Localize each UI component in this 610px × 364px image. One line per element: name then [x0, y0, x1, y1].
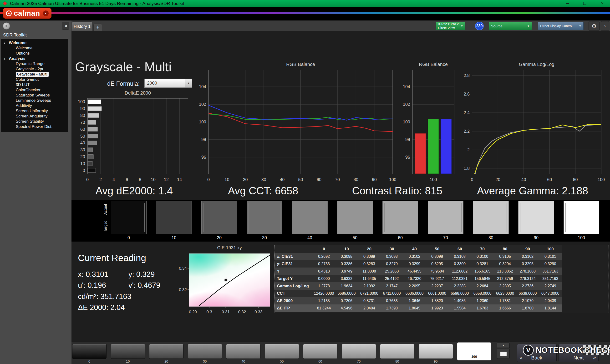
sidebar-item-grayscale-2pt[interactable]: Grayscale - 2pt — [1, 66, 68, 72]
sidebar-item-spectral-power-dist[interactable]: Spectral Power Dist. — [1, 124, 68, 129]
display-control-dropdown[interactable]: Direct Display Control ▼ — [538, 22, 584, 30]
pattern-level-button-70[interactable]: 70 — [342, 342, 376, 364]
sidebar-collapse-button[interactable]: ◀ — [62, 22, 69, 29]
calman-gem-icon — [3, 1, 7, 5]
rgb-balance-bar-chart: 9698100102104100RGB Balance — [397, 60, 456, 184]
table-row-x-cie31[interactable]: x: CIE310.26920.30950.30890.30930.31020.… — [274, 253, 562, 260]
tab-history-1[interactable]: History 1 — [72, 21, 92, 31]
chevron-left-icon: ◀ — [64, 24, 67, 28]
deltae-bar-70 — [88, 120, 96, 125]
bottom-pattern-bar: ▲ « Back Next » V NOTEBOOKCHECK 01020304… — [71, 342, 610, 364]
pattern-window-button[interactable] — [497, 349, 510, 359]
strip-swatch-70: 70 — [428, 201, 464, 240]
actual-axis-label: Actual — [104, 201, 108, 218]
svg-text:0.29: 0.29 — [189, 310, 197, 314]
pattern-level-button-40[interactable]: 40 — [226, 342, 260, 364]
pattern-level-button-90[interactable]: 90 — [419, 342, 453, 364]
table-row-cct[interactable]: CCT12426.00006686.00006721.00006711.0000… — [274, 290, 562, 297]
svg-text:104: 104 — [199, 84, 206, 89]
meter-mode: Direct View — [438, 26, 459, 30]
meter-count-badge[interactable]: 239 — [475, 22, 484, 30]
svg-text:98: 98 — [405, 137, 410, 142]
nav-circle-button[interactable] — [3, 22, 10, 29]
sidebar-item-saturation-sweeps[interactable]: Saturation Sweeps — [1, 93, 68, 98]
display-control-label: Direct Display Control — [540, 24, 572, 28]
table-row-e-itp[interactable]: ΔE ITP81.32444.54962.04041.73901.86451.9… — [274, 304, 562, 312]
strip-swatch-50: 50 — [337, 201, 373, 240]
svg-text:6: 6 — [126, 177, 128, 182]
sidebar-item-dynamic-range[interactable]: Dynamic Range — [1, 61, 68, 66]
pattern-level-button-0[interactable]: 0 — [72, 342, 106, 364]
pattern-level-button-20[interactable]: 20 — [149, 342, 183, 364]
pattern-panel-up-button[interactable]: ▲ — [497, 343, 510, 348]
deltae-bar-30 — [88, 148, 93, 152]
pattern-level-button-30[interactable]: 30 — [188, 342, 222, 364]
svg-text:20: 20 — [243, 177, 248, 182]
sidebar-item-3d-lut[interactable]: 3D LUT — [1, 82, 68, 87]
svg-text:104: 104 — [403, 84, 410, 89]
sidebar-item-screen-uniformity[interactable]: Screen Uniformity — [1, 108, 68, 114]
sidebar-item-color-gamut[interactable]: Color Gamut — [1, 77, 68, 82]
svg-text:0.32: 0.32 — [179, 287, 187, 292]
next-button[interactable]: Next » — [558, 344, 598, 362]
current-reading-title: Current Reading — [78, 253, 146, 263]
sidebar-item-screen-stability[interactable]: Screen Stability — [1, 119, 68, 124]
sidebar-item-colorchecker[interactable]: ColorChecker — [1, 87, 68, 93]
plus-icon: + — [96, 25, 99, 30]
svg-text:12: 12 — [164, 177, 169, 182]
reading-luminance: cd/m²: 351.7163 — [78, 292, 131, 301]
pattern-level-button-10[interactable]: 10 — [111, 342, 145, 364]
svg-text:100: 100 — [199, 120, 206, 124]
meter-dropdown[interactable]: X-Rite i1Pro 2 Direct View ▼ — [436, 22, 465, 30]
de-formula-dropdown[interactable]: 2000 ▼ — [144, 78, 192, 88]
svg-text:0: 0 — [207, 177, 210, 182]
svg-text:2: 2 — [467, 147, 470, 152]
table-row-e-2000[interactable]: ΔE 20001.21350.72060.87310.76331.36461.5… — [274, 297, 562, 304]
de-formula-label: dE Formula: — [107, 80, 140, 87]
svg-text:2.2: 2.2 — [464, 129, 470, 134]
source-dropdown[interactable]: Source ▼ — [489, 22, 532, 30]
minimize-button[interactable]: – — [563, 0, 572, 6]
svg-text:98: 98 — [201, 137, 206, 142]
table-row-gamma-log-log[interactable]: Gamma Log/Log1.27781.96342.10922.17472.2… — [274, 282, 562, 290]
table-header-row: 0102030405060708090100 — [274, 245, 562, 253]
pattern-level-button-50[interactable]: 50 — [265, 342, 299, 364]
add-tab-button[interactable]: + — [93, 24, 102, 31]
pattern-level-button-100[interactable]: 100 — [457, 342, 491, 364]
deltae-bar-20 — [88, 155, 93, 159]
next-label: Next — [559, 355, 598, 361]
rainbow-stripe — [0, 12, 610, 14]
svg-text:60: 60 — [80, 127, 85, 132]
maximize-button[interactable]: □ — [580, 0, 589, 6]
sidebar-item-luminance-sweeps[interactable]: Luminance Sweeps — [1, 98, 68, 103]
sidebar-item-welcome[interactable]: Welcome — [1, 46, 68, 51]
back-button[interactable]: « Back — [517, 344, 557, 362]
gamma-chart: 0204060801001.822.22.42.62.8Gamma Log/Lo… — [457, 60, 610, 184]
deltae-bar-60 — [88, 127, 97, 131]
strip-swatch-100: 100 — [564, 201, 599, 240]
sidebar-item-additivity[interactable]: Additivity — [1, 103, 68, 108]
logo-menu-button[interactable]: ▼ — [43, 11, 49, 16]
sidebar-item-options[interactable]: Options — [1, 51, 68, 56]
table-row-target-y[interactable]: Target Y0.00003.633211.643525.419246.732… — [274, 275, 562, 282]
close-button[interactable]: × — [597, 0, 607, 6]
table-row-y[interactable]: Y0.43133.974911.800825.286346.445575.958… — [274, 268, 562, 275]
sidebar: ◀ SDR Toolkit ▴WelcomeWelcomeOptions▴Ana… — [0, 21, 71, 364]
svg-text:10: 10 — [80, 161, 85, 166]
de-formula-value: 2000 — [147, 80, 157, 86]
sidebar-item-grayscale-multi[interactable]: Grayscale - Multi — [1, 72, 68, 77]
svg-text:40: 40 — [280, 177, 285, 182]
tree-section-analysis[interactable]: ▴Analysis — [1, 56, 68, 61]
sidebar-item-screen-angularity[interactable]: Screen Angularity — [1, 114, 68, 119]
blue-balance-bar — [441, 119, 452, 174]
settings-button[interactable]: ⚙ — [589, 21, 599, 31]
pattern-level-button-60[interactable]: 60 — [303, 342, 337, 364]
svg-text:0.3: 0.3 — [207, 310, 212, 314]
tree-expander-icon: ▴ — [4, 40, 5, 46]
table-row-y-cie31[interactable]: y: CIE310.27330.32860.32830.32700.32990.… — [274, 260, 562, 268]
pattern-level-button-80[interactable]: 80 — [380, 342, 414, 364]
expand-panel-button[interactable]: › — [601, 21, 609, 31]
svg-text:2: 2 — [99, 177, 102, 182]
calman-logo[interactable]: calman ▼ — [3, 8, 52, 19]
tree-section-welcome[interactable]: ▴Welcome — [1, 40, 68, 46]
